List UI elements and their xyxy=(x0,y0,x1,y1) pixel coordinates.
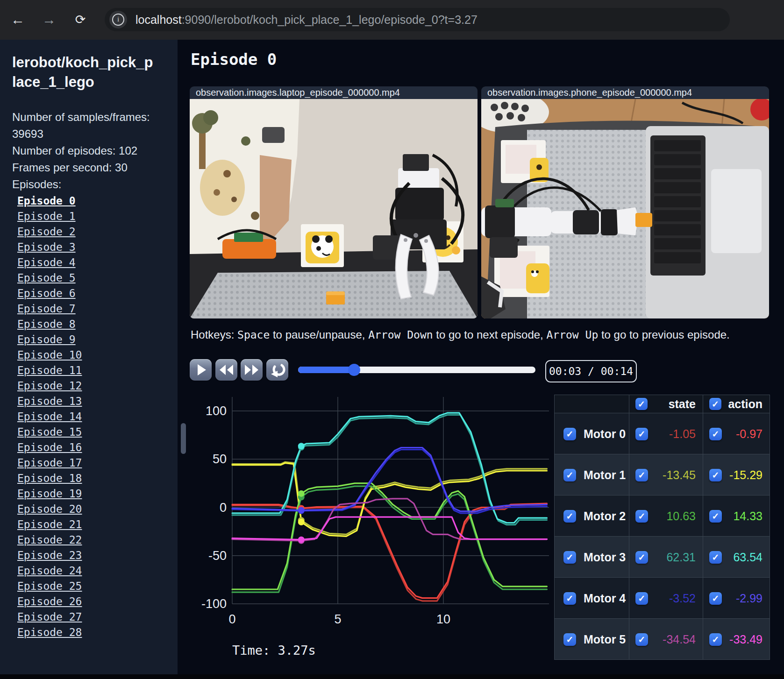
episodes-label: Episodes: xyxy=(12,178,61,191)
action-value: -33.49 xyxy=(729,633,763,646)
checkbox-checked[interactable]: ✓ xyxy=(635,551,648,564)
sidebar-episode-link[interactable]: Episode 21 xyxy=(17,518,157,534)
url-path: :9090/lerobot/koch_pick_place_1_lego/epi… xyxy=(182,13,478,26)
action-value-cell: ✓63.54 xyxy=(703,537,770,578)
checkbox-checked[interactable]: ✓ xyxy=(563,551,576,564)
checkbox-checked[interactable]: ✓ xyxy=(635,633,648,646)
sidebar-episode-link[interactable]: Episode 6 xyxy=(17,287,157,303)
sidebar-episode-link[interactable]: Episode 18 xyxy=(17,472,157,488)
forward-icon[interactable]: → xyxy=(39,9,59,30)
action-value: 14.33 xyxy=(733,509,763,523)
video-phone[interactable] xyxy=(481,99,769,318)
action-value: -15.29 xyxy=(729,468,763,482)
checkbox-checked[interactable]: ✓ xyxy=(563,633,576,646)
sidebar-episode-link[interactable]: Episode 23 xyxy=(17,549,157,565)
sidebar-episode-link[interactable]: Episode 26 xyxy=(17,595,157,611)
sidebar-episode-link[interactable]: Episode 24 xyxy=(17,565,157,580)
sidebar-episode-link[interactable]: Episode 15 xyxy=(17,426,157,441)
main-content: Episode 0 observation.images.laptop_epis… xyxy=(178,40,784,679)
dataset-title: lerobot/koch_pick_place_1_lego xyxy=(12,53,157,92)
sidebar-episode-link[interactable]: Episode 7 xyxy=(17,303,157,318)
checkbox-checked[interactable]: ✓ xyxy=(635,398,648,410)
sidebar-episode-link[interactable]: Episode 16 xyxy=(17,441,157,457)
action-value-cell: ✓-0.97 xyxy=(703,413,770,454)
checkbox-checked[interactable]: ✓ xyxy=(709,551,722,564)
sidebar-episode-link[interactable]: Episode 9 xyxy=(17,333,157,349)
motor-label: Motor 1 xyxy=(584,468,626,482)
sidebar-episode-link[interactable]: Episode 25 xyxy=(17,580,157,595)
sidebar-episode-link[interactable]: Episode 1 xyxy=(17,210,157,226)
video-laptop[interactable] xyxy=(190,99,478,318)
sidebar-episode-link[interactable]: Episode 19 xyxy=(17,488,157,503)
state-value-cell: ✓-3.52 xyxy=(629,578,703,619)
hotkey-text: Hotkeys: xyxy=(191,328,237,341)
window-bottom-edge xyxy=(0,674,784,679)
checkbox-checked[interactable]: ✓ xyxy=(709,428,722,440)
checkbox-checked[interactable]: ✓ xyxy=(563,510,576,523)
checkbox-checked[interactable]: ✓ xyxy=(709,510,722,523)
state-value: -34.54 xyxy=(663,633,696,646)
stat-line: Number of samples/frames: 39693 xyxy=(12,109,162,142)
video-panel-phone: observation.images.phone_episode_000000.… xyxy=(481,86,769,318)
motor-name-cell: ✓Motor 3 xyxy=(555,537,629,578)
episode-list: Episode 0Episode 1Episode 2Episode 3Epis… xyxy=(17,195,157,642)
current-time-dot xyxy=(298,507,305,514)
video-panel-laptop: observation.images.laptop_episode_000000… xyxy=(190,86,478,318)
checkbox-checked[interactable]: ✓ xyxy=(635,469,648,481)
checkbox-checked[interactable]: ✓ xyxy=(563,428,576,440)
sidebar-episode-link[interactable]: Episode 10 xyxy=(17,349,157,364)
sidebar-episode-link[interactable]: Episode 14 xyxy=(17,410,157,426)
sidebar-episode-link[interactable]: Episode 13 xyxy=(17,395,157,410)
sidebar-episode-link[interactable]: Episode 17 xyxy=(17,457,157,472)
sidebar-episode-link[interactable]: Episode 27 xyxy=(17,611,157,626)
sidebar-episode-link[interactable]: Episode 5 xyxy=(17,272,157,287)
page-title: Episode 0 xyxy=(191,50,277,69)
sidebar-episode-link[interactable]: Episode 3 xyxy=(17,241,157,256)
url-text[interactable]: localhost:9090/lerobot/koch_pick_place_1… xyxy=(135,13,478,27)
state-value: -13.45 xyxy=(663,468,696,482)
checkbox-checked[interactable]: ✓ xyxy=(709,469,722,481)
scrollbar-thumb[interactable] xyxy=(181,423,186,454)
sidebar-episode-link[interactable]: Episode 12 xyxy=(17,380,157,395)
table-header-empty xyxy=(555,395,629,413)
reload-icon[interactable]: ⟳ xyxy=(70,9,91,30)
state-value: -3.52 xyxy=(669,592,696,605)
back-icon[interactable]: ← xyxy=(7,9,28,30)
state-value-cell: ✓-13.45 xyxy=(629,454,703,495)
state-value-cell: ✓-34.54 xyxy=(629,619,703,660)
box-top-left xyxy=(501,140,549,183)
site-info-icon[interactable]: i xyxy=(109,11,127,28)
current-time-dot xyxy=(298,537,305,543)
state-value-cell: ✓10.63 xyxy=(629,495,703,537)
checkbox-checked[interactable]: ✓ xyxy=(709,592,722,605)
motor-chart[interactable]: 100500-50-1000510Time: 3.27s xyxy=(201,360,561,679)
sidebar-episode-link[interactable]: Episode 8 xyxy=(17,318,157,333)
sidebar-episode-link[interactable]: Episode 28 xyxy=(17,626,157,642)
state-header-label: state xyxy=(669,397,696,411)
checkbox-checked[interactable]: ✓ xyxy=(563,592,576,605)
action-value-cell: ✓-33.49 xyxy=(703,619,770,660)
motor-name-cell: ✓Motor 1 xyxy=(555,454,629,495)
x-tick-label: 10 xyxy=(436,612,450,626)
video-title-laptop: observation.images.laptop_episode_000000… xyxy=(190,86,478,99)
box-panda xyxy=(301,224,344,267)
checkbox-checked[interactable]: ✓ xyxy=(635,592,648,605)
sidebar-episode-link[interactable]: Episode 4 xyxy=(17,256,157,272)
sidebar-episode-link[interactable]: Episode 22 xyxy=(17,534,157,549)
checkbox-checked[interactable]: ✓ xyxy=(635,510,648,523)
y-tick-label: 50 xyxy=(213,452,227,466)
sidebar-episode-link[interactable]: Episode 0 xyxy=(17,195,157,210)
checkbox-checked[interactable]: ✓ xyxy=(709,398,721,410)
checkbox-checked[interactable]: ✓ xyxy=(635,428,648,440)
action-value: 63.54 xyxy=(733,551,763,564)
current-time-dot xyxy=(298,490,305,497)
sidebar-episode-link[interactable]: Episode 11 xyxy=(17,364,157,380)
motor-label: Motor 4 xyxy=(584,592,626,605)
sidebar-episode-link[interactable]: Episode 2 xyxy=(17,226,157,241)
hotkey-key: Arrow Down xyxy=(368,329,433,341)
stat-line: Frames per second: 30 xyxy=(12,159,162,176)
checkbox-checked[interactable]: ✓ xyxy=(709,633,722,646)
sidebar-episode-link[interactable]: Episode 20 xyxy=(17,503,157,518)
checkbox-checked[interactable]: ✓ xyxy=(563,469,576,481)
dataset-stats: Number of samples/frames: 39693Number of… xyxy=(12,109,162,176)
